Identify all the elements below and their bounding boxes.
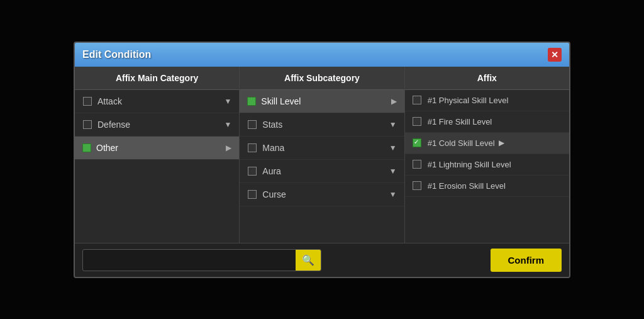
main-category-items: Attack ▼ Defense ▼ Other xyxy=(75,90,239,243)
defense-label: Defense xyxy=(97,120,130,130)
skill-level-label: Skill Level xyxy=(261,96,301,106)
erosion-label: #1 Erosion Skill Level xyxy=(428,181,506,191)
dialog-title-bar: Edit Condition ✕ xyxy=(75,43,569,67)
list-item-defense[interactable]: Defense ▼ xyxy=(75,113,239,137)
stats-checkbox-icon xyxy=(247,120,257,130)
erosion-checkbox-icon xyxy=(413,181,421,190)
subcategory-items: Skill Level ▶ Stats ▼ xyxy=(240,90,404,243)
affix-items: #1 Physical Skill Level #1 Fire Skill Le… xyxy=(405,90,569,243)
aura-arrow-icon: ▼ xyxy=(389,167,397,176)
mana-checkbox-icon xyxy=(247,143,257,153)
columns-container: Affix Main Category Attack ▼ xyxy=(75,67,569,243)
search-box: 🔍 xyxy=(82,249,321,271)
bottom-bar: 🔍 Confirm xyxy=(75,243,569,277)
physical-label: #1 Physical Skill Level xyxy=(428,96,509,105)
other-green-square-icon xyxy=(82,143,91,152)
curse-label: Curse xyxy=(262,189,286,199)
affix-header: Affix xyxy=(405,67,569,90)
skill-level-arrow-icon: ▶ xyxy=(391,97,397,106)
mana-checkbox xyxy=(248,143,257,152)
defense-arrow-icon: ▼ xyxy=(224,120,231,129)
main-category-column: Affix Main Category Attack ▼ xyxy=(75,67,240,243)
search-icon: 🔍 xyxy=(302,254,314,266)
mana-arrow-icon: ▼ xyxy=(389,143,397,152)
overlay: Edit Condition ✕ Affix Main Category Att… xyxy=(0,0,644,319)
dialog-title: Edit Condition xyxy=(82,49,151,60)
affix-item-lightning[interactable]: #1 Lightning Skill Level xyxy=(405,154,569,176)
curse-arrow-icon: ▼ xyxy=(389,190,397,199)
fire-checkbox-icon xyxy=(413,117,421,126)
attack-label: Attack xyxy=(97,96,122,106)
stats-arrow-icon: ▼ xyxy=(389,120,397,129)
list-item-other[interactable]: Other ▶ xyxy=(75,137,239,160)
aura-checkbox-icon xyxy=(247,166,257,176)
stats-label: Stats xyxy=(262,120,282,130)
list-item-aura[interactable]: Aura ▼ xyxy=(240,160,404,183)
affix-item-fire[interactable]: #1 Fire Skill Level xyxy=(405,111,569,133)
confirm-button[interactable]: Confirm xyxy=(491,249,562,272)
list-item-curse[interactable]: Curse ▼ xyxy=(240,183,404,206)
attack-arrow-icon: ▼ xyxy=(224,97,231,106)
subcategory-column: Affix Subcategory Skill Level ▶ Stats xyxy=(240,67,404,243)
skill-level-green-square-icon xyxy=(247,97,256,106)
cursor-pointer-icon: ▶ xyxy=(499,138,504,147)
attack-checkbox xyxy=(83,97,92,106)
mana-label: Mana xyxy=(262,143,284,153)
stats-checkbox xyxy=(248,120,257,129)
curse-checkbox xyxy=(248,190,257,199)
defense-checkbox xyxy=(83,120,92,129)
subcategory-header: Affix Subcategory xyxy=(240,67,404,90)
affix-column: Affix #1 Physical Skill Level #1 Fire Sk… xyxy=(405,67,569,243)
list-item-mana[interactable]: Mana ▼ xyxy=(240,137,404,160)
edit-condition-dialog: Edit Condition ✕ Affix Main Category Att… xyxy=(74,42,570,278)
affix-item-physical[interactable]: #1 Physical Skill Level xyxy=(405,90,569,111)
dialog-body: Affix Main Category Attack ▼ xyxy=(75,67,569,277)
affix-item-erosion[interactable]: #1 Erosion Skill Level xyxy=(405,176,569,197)
defense-checkbox-icon xyxy=(82,120,92,130)
physical-checkbox-icon xyxy=(413,96,421,104)
close-button[interactable]: ✕ xyxy=(548,48,562,62)
list-item-attack[interactable]: Attack ▼ xyxy=(75,90,239,113)
list-item-skill-level[interactable]: Skill Level ▶ xyxy=(240,90,404,113)
main-category-header: Affix Main Category xyxy=(75,67,239,90)
curse-checkbox-icon xyxy=(247,189,257,199)
other-label: Other xyxy=(96,143,118,153)
lightning-checkbox-icon xyxy=(413,160,421,169)
other-arrow-icon: ▶ xyxy=(226,143,231,152)
aura-label: Aura xyxy=(262,166,281,176)
fire-label: #1 Fire Skill Level xyxy=(428,117,492,126)
search-button[interactable]: 🔍 xyxy=(296,250,321,271)
aura-checkbox xyxy=(248,167,257,176)
affix-item-cold[interactable]: #1 Cold Skill Level ▶ xyxy=(405,133,569,154)
attack-checkbox-icon xyxy=(82,96,92,106)
cold-checkbox-icon xyxy=(413,138,421,147)
search-input[interactable] xyxy=(83,252,296,269)
list-item-stats[interactable]: Stats ▼ xyxy=(240,113,404,137)
lightning-label: #1 Lightning Skill Level xyxy=(428,160,511,169)
cold-label: #1 Cold Skill Level xyxy=(428,138,495,148)
